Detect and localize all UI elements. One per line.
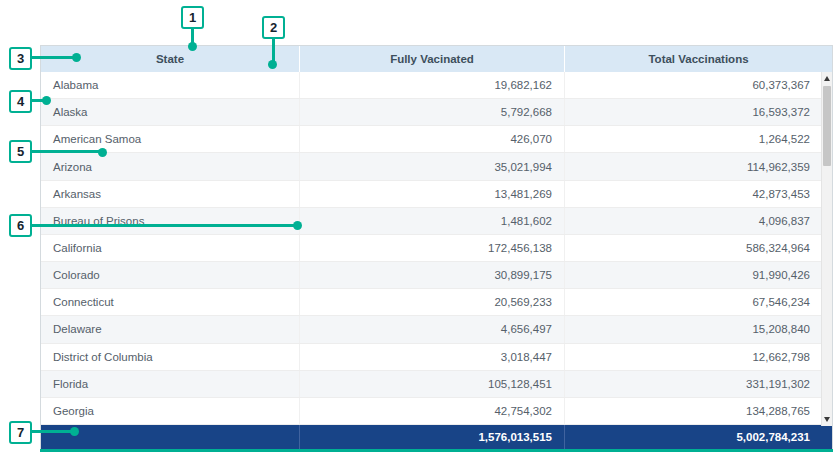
- callout-2-line: [272, 39, 275, 62]
- fully-vaccinated-cell: 30,899,175: [300, 262, 565, 288]
- callout-3-line: [31, 56, 74, 59]
- total-vaccinations-cell: 67,546,234: [565, 289, 832, 315]
- callout-7: 7: [9, 421, 32, 444]
- table-bottom-highlight-line: [40, 449, 833, 452]
- callout-5-line: [31, 150, 100, 153]
- state-cell: California: [41, 235, 300, 261]
- table-row[interactable]: Alaska 5,792,668 16,593,372: [41, 99, 832, 126]
- total-vaccinations-cell: 15,208,840: [565, 316, 832, 342]
- callout-4-dot: [42, 96, 51, 105]
- table-row[interactable]: Arkansas 13,481,269 42,873,453: [41, 181, 832, 208]
- state-cell: Alaska: [41, 99, 300, 125]
- state-cell: Alabama: [41, 72, 300, 98]
- state-cell: District of Columbia: [41, 344, 300, 370]
- table-row[interactable]: Bureau of Prisons 1,481,602 4,096,837: [41, 208, 832, 235]
- table-row[interactable]: Florida 105,128,451 331,191,302: [41, 371, 832, 398]
- total-vaccinations-cell: 331,191,302: [565, 371, 832, 397]
- state-cell: Arkansas: [41, 181, 300, 207]
- table-row[interactable]: Connecticut 20,569,233 67,546,234: [41, 289, 832, 316]
- column-header-fully-vaccinated[interactable]: Fully Vacinated: [300, 46, 565, 72]
- fully-vaccinated-cell: 3,018,447: [300, 344, 565, 370]
- fully-vaccinated-cell: 19,682,162: [300, 72, 565, 98]
- table-row[interactable]: District of Columbia 3,018,447 12,662,79…: [41, 344, 832, 371]
- fully-vaccinated-cell: 5,792,668: [300, 99, 565, 125]
- callout-5: 5: [9, 140, 32, 163]
- state-cell: Colorado: [41, 262, 300, 288]
- fully-vaccinated-cell: 426,070: [300, 126, 565, 152]
- total-vaccinations-cell: 16,593,372: [565, 99, 832, 125]
- state-cell: American Samoa: [41, 126, 300, 152]
- table-row[interactable]: Arizona 35,021,994 114,962,359: [41, 153, 832, 180]
- fully-vaccinated-cell: 4,656,497: [300, 316, 565, 342]
- total-vaccinations-cell: 4,096,837: [565, 208, 832, 234]
- callout-6: 6: [9, 214, 32, 237]
- callout-6-line: [31, 224, 295, 227]
- table-row[interactable]: California 172,456,138 586,324,964: [41, 235, 832, 262]
- total-vaccinations-cell: 12,662,798: [565, 344, 832, 370]
- total-vaccinations-cell: 42,873,453: [565, 181, 832, 207]
- table-row[interactable]: Alabama 19,682,162 60,373,367: [41, 72, 832, 99]
- state-cell: Bureau of Prisons: [41, 208, 300, 234]
- fully-vaccinated-cell: 105,128,451: [300, 371, 565, 397]
- table-row[interactable]: Georgia 42,754,302 134,288,765: [41, 398, 832, 425]
- table-row[interactable]: Colorado 30,899,175 91,990,426: [41, 262, 832, 289]
- scrollbar-thumb[interactable]: [823, 86, 831, 166]
- scroll-up-icon[interactable]: [824, 76, 830, 81]
- scroll-down-icon[interactable]: [824, 417, 830, 422]
- callout-6-dot: [293, 221, 302, 230]
- total-vaccinations-cell: 60,373,367: [565, 72, 832, 98]
- total-row-empty-cell: [41, 425, 300, 449]
- total-vaccinations-cell: 134,288,765: [565, 398, 832, 424]
- state-cell: Florida: [41, 371, 300, 397]
- callout-7-line: [31, 430, 72, 433]
- total-vaccinations-cell: 91,990,426: [565, 262, 832, 288]
- total-fully-vaccinated: 1,576,013,515: [300, 425, 565, 449]
- total-vaccinations-cell: 586,324,964: [565, 235, 832, 261]
- state-cell: Delaware: [41, 316, 300, 342]
- table-row[interactable]: American Samoa 426,070 1,264,522: [41, 126, 832, 153]
- callout-3-dot: [72, 53, 81, 62]
- callout-5-dot: [98, 148, 107, 157]
- total-row: 1,576,013,515 5,002,784,231: [41, 425, 832, 449]
- table-body: Alabama 19,682,162 60,373,367 Alaska 5,7…: [41, 72, 832, 425]
- callout-2: 2: [262, 16, 285, 39]
- fully-vaccinated-cell: 20,569,233: [300, 289, 565, 315]
- total-vaccinations-cell: 1,264,522: [565, 126, 832, 152]
- fully-vaccinated-cell: 35,021,994: [300, 153, 565, 179]
- callout-7-dot: [70, 427, 79, 436]
- table-header-row: State Fully Vacinated Total Vaccinations: [41, 46, 832, 72]
- fully-vaccinated-cell: 13,481,269: [300, 181, 565, 207]
- data-table: State Fully Vacinated Total Vaccinations…: [40, 45, 833, 449]
- fully-vaccinated-cell: 42,754,302: [300, 398, 565, 424]
- callout-2-dot: [268, 60, 277, 69]
- state-cell: Georgia: [41, 398, 300, 424]
- callout-1: 1: [181, 6, 204, 29]
- callout-1-dot: [188, 42, 197, 51]
- callout-4: 4: [9, 90, 32, 113]
- state-cell: Arizona: [41, 153, 300, 179]
- callout-3: 3: [9, 47, 32, 70]
- state-cell: Connecticut: [41, 289, 300, 315]
- fully-vaccinated-cell: 172,456,138: [300, 235, 565, 261]
- total-total-vaccinations: 5,002,784,231: [565, 425, 832, 449]
- total-vaccinations-cell: 114,962,359: [565, 153, 832, 179]
- vertical-scrollbar[interactable]: [821, 72, 832, 426]
- table-row[interactable]: Delaware 4,656,497 15,208,840: [41, 316, 832, 343]
- column-header-total-vaccinations[interactable]: Total Vaccinations: [565, 46, 832, 72]
- fully-vaccinated-cell: 1,481,602: [300, 208, 565, 234]
